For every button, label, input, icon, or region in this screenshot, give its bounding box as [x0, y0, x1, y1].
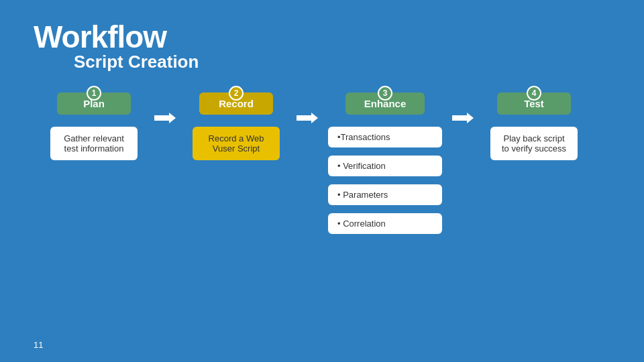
step-test-header: 4 Test — [474, 93, 594, 115]
step-record-number: 2 — [229, 86, 244, 101]
step-record-header: 2 Record — [176, 93, 297, 115]
svg-marker-0 — [154, 113, 176, 123]
bullet-verification: • Verification — [328, 156, 442, 176]
step-record-content-text: Record a WebVuser Script — [209, 133, 264, 154]
enhance-bullets: •Transactions • Verification • Parameter… — [328, 127, 442, 234]
step-test: 4 Test Play back scriptto verify success — [474, 93, 594, 160]
subtitle: Script Creation — [74, 52, 610, 72]
step-test-box: 4 Test — [497, 93, 571, 115]
slide-container: Workflow Script Creation 1 Plan Gather r… — [0, 0, 644, 362]
title-block: Workflow Script Creation — [34, 20, 610, 72]
step-record-box: 2 Record — [199, 93, 273, 115]
step-plan-content-line1: Gather relevanttest information — [64, 133, 124, 154]
arrow-3 — [452, 93, 474, 125]
step-test-content: Play back scriptto verify success — [490, 127, 578, 160]
step-test-content-text: Play back scriptto verify success — [502, 133, 566, 154]
step-test-number: 4 — [527, 86, 541, 101]
step-plan-header: 1 Plan — [34, 93, 154, 115]
step-plan: 1 Plan Gather relevanttest information — [34, 93, 154, 160]
step-record: 2 Record Record a WebVuser Script — [176, 93, 297, 160]
step-enhance-number: 3 — [378, 86, 392, 101]
bullet-correlation: • Correlation — [328, 213, 442, 234]
step-enhance-header: 3 Enhance — [318, 93, 452, 115]
page-number: 11 — [34, 340, 43, 350]
step-enhance-box: 3 Enhance — [345, 93, 425, 115]
arrow-2 — [297, 93, 318, 125]
svg-marker-2 — [452, 113, 474, 123]
step-enhance: 3 Enhance •Transactions • Verification •… — [318, 93, 452, 234]
step-plan-number: 1 — [87, 86, 101, 101]
main-title: Workflow — [34, 20, 610, 54]
arrow-1 — [154, 93, 176, 125]
svg-marker-1 — [297, 113, 318, 123]
bullet-transactions: •Transactions — [328, 127, 442, 147]
workflow-steps: 1 Plan Gather relevanttest information 2… — [34, 93, 610, 234]
bullet-parameters: • Parameters — [328, 184, 442, 205]
step-plan-content: Gather relevanttest information — [50, 127, 138, 160]
step-plan-box: 1 Plan — [57, 93, 131, 115]
step-record-content: Record a WebVuser Script — [193, 127, 280, 160]
